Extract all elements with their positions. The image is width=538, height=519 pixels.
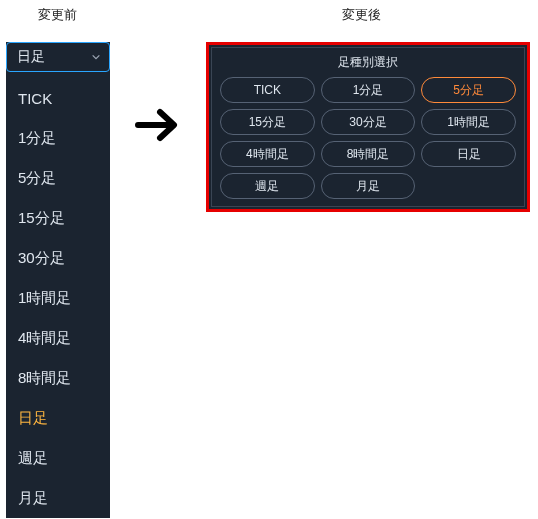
dropdown-selected[interactable]: 日足	[6, 42, 110, 72]
chip-grid: TICK1分足5分足15分足30分足1時間足4時間足8時間足日足週足月足	[212, 75, 524, 207]
chip-label: 5分足	[453, 82, 484, 99]
chip-label: 15分足	[249, 114, 286, 131]
header-before: 変更前	[38, 6, 77, 24]
dropdown-item[interactable]: 15分足	[6, 198, 110, 238]
chip-label: 週足	[255, 178, 279, 195]
timeframe-panel: 足種別選択 TICK1分足5分足15分足30分足1時間足4時間足8時間足日足週足…	[211, 47, 525, 207]
dropdown-selected-label: 日足	[17, 48, 45, 66]
timeframe-chip[interactable]: 1分足	[321, 77, 416, 103]
timeframe-chip[interactable]: TICK	[220, 77, 315, 103]
dropdown-item-label: 月足	[18, 489, 48, 508]
dropdown-item[interactable]: 週足	[6, 438, 110, 478]
timeframe-chip[interactable]: 4時間足	[220, 141, 315, 167]
dropdown-item-label: 15分足	[18, 209, 65, 228]
chip-label: 日足	[457, 146, 481, 163]
dropdown-item[interactable]: 5分足	[6, 158, 110, 198]
dropdown-item-label: TICK	[18, 90, 52, 107]
dropdown-item-label: 5分足	[18, 169, 56, 188]
dropdown-item-label: 日足	[18, 409, 48, 428]
timeframe-chip[interactable]: 8時間足	[321, 141, 416, 167]
dropdown-item-label: 週足	[18, 449, 48, 468]
dropdown-item[interactable]: 30分足	[6, 238, 110, 278]
timeframe-panel-highlight: 足種別選択 TICK1分足5分足15分足30分足1時間足4時間足8時間足日足週足…	[206, 42, 530, 212]
timeframe-chip[interactable]: 日足	[421, 141, 516, 167]
dropdown-item-label: 1時間足	[18, 289, 71, 308]
timeframe-chip[interactable]: 15分足	[220, 109, 315, 135]
dropdown-item[interactable]: 1時間足	[6, 278, 110, 318]
chip-label: TICK	[254, 83, 281, 97]
dropdown-item[interactable]: 1分足	[6, 118, 110, 158]
timeframe-chip[interactable]: 週足	[220, 173, 315, 199]
chip-label: 月足	[356, 178, 380, 195]
panel-title: 足種別選択	[212, 48, 524, 75]
chip-label: 8時間足	[347, 146, 390, 163]
dropdown-item[interactable]: 8時間足	[6, 358, 110, 398]
chip-label: 4時間足	[246, 146, 289, 163]
dropdown-item-label: 4時間足	[18, 329, 71, 348]
arrow-right-icon	[134, 100, 184, 150]
dropdown-item-label: 8時間足	[18, 369, 71, 388]
timeframe-chip[interactable]: 30分足	[321, 109, 416, 135]
chevron-down-icon	[91, 52, 101, 62]
timeframe-chip[interactable]: 1時間足	[421, 109, 516, 135]
chip-label: 1分足	[353, 82, 384, 99]
dropdown-item-label: 1分足	[18, 129, 56, 148]
timeframe-chip[interactable]: 5分足	[421, 77, 516, 103]
timeframe-dropdown: 日足 TICK1分足5分足15分足30分足1時間足4時間足8時間足日足週足月足	[6, 42, 110, 518]
dropdown-item[interactable]: TICK	[6, 78, 110, 118]
dropdown-list: TICK1分足5分足15分足30分足1時間足4時間足8時間足日足週足月足	[6, 72, 110, 518]
dropdown-item-label: 30分足	[18, 249, 65, 268]
timeframe-chip[interactable]: 月足	[321, 173, 416, 199]
chip-label: 30分足	[349, 114, 386, 131]
dropdown-item[interactable]: 日足	[6, 398, 110, 438]
header-after: 変更後	[342, 6, 381, 24]
dropdown-item[interactable]: 4時間足	[6, 318, 110, 358]
dropdown-item[interactable]: 月足	[6, 478, 110, 518]
chip-label: 1時間足	[447, 114, 490, 131]
